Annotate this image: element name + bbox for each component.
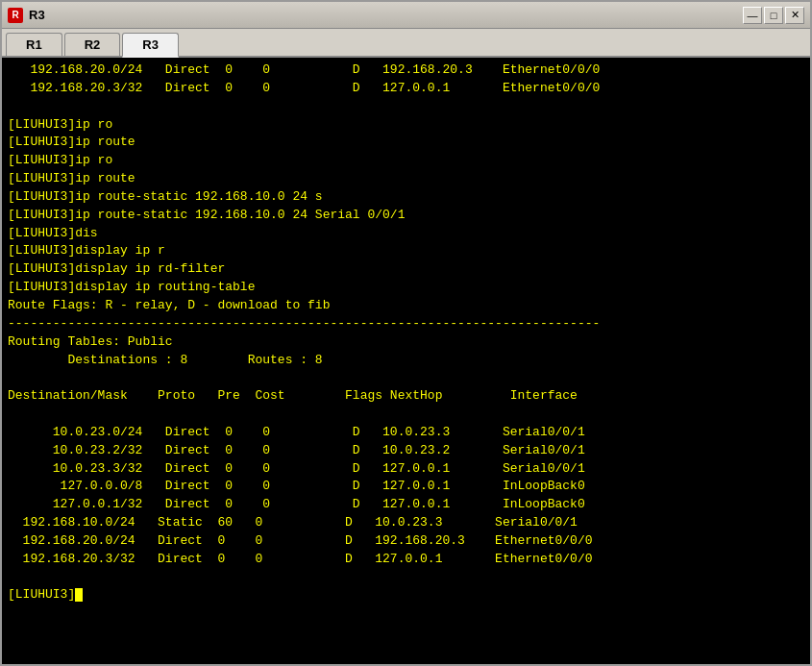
terminal-output[interactable]: 192.168.20.0/24 Direct 0 0 D 192.168.20.… <box>2 58 810 664</box>
main-window: R R3 — □ ✕ R1 R2 R3 192.168.20.0/24 Dire… <box>0 0 812 666</box>
terminal-container: 192.168.20.0/24 Direct 0 0 D 192.168.20.… <box>2 58 810 664</box>
terminal-cursor <box>75 588 83 602</box>
tab-r3[interactable]: R3 <box>122 33 179 58</box>
tab-r2[interactable]: R2 <box>64 33 121 56</box>
title-bar-left: R R3 <box>8 8 45 23</box>
restore-button[interactable]: □ <box>764 7 783 24</box>
tab-bar: R1 R2 R3 <box>2 29 810 58</box>
title-bar: R R3 — □ ✕ <box>2 2 810 29</box>
close-button[interactable]: ✕ <box>785 7 804 24</box>
window-controls: — □ ✕ <box>743 7 804 24</box>
window-title: R3 <box>29 8 45 22</box>
app-icon: R <box>8 8 23 23</box>
minimize-button[interactable]: — <box>743 7 762 24</box>
tab-r1[interactable]: R1 <box>6 33 62 56</box>
